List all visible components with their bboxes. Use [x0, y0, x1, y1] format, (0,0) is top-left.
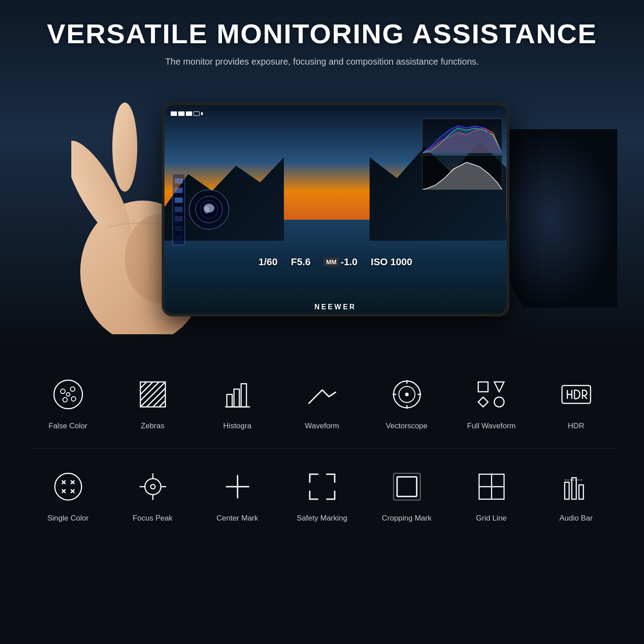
- neewer-brand-label: NEEWER: [314, 303, 356, 311]
- svg-point-36: [494, 397, 504, 407]
- audio-bar-icon: [556, 467, 596, 507]
- svg-rect-24: [234, 389, 239, 407]
- focus-peak-label: Focus Peak: [133, 514, 173, 523]
- svg-line-43: [584, 396, 587, 399]
- single-color-label: Single Color: [47, 514, 89, 523]
- screen-hud: 1/60 F5.6 MM -1.0 ISO 1000: [164, 105, 507, 314]
- feature-waveform: Waveform: [282, 370, 362, 435]
- battery-block-2: [178, 111, 185, 116]
- center-mark-label: Center Mark: [217, 514, 258, 523]
- features-divider: [28, 448, 616, 449]
- screen-vectorscope: [189, 189, 229, 230]
- battery-tip: [201, 112, 203, 115]
- iso-value: ISO 1000: [371, 256, 412, 268]
- svg-rect-25: [241, 384, 246, 407]
- svg-point-54: [151, 484, 155, 489]
- zebras-label: Zebras: [141, 422, 164, 431]
- device-container: 1/60 F5.6 MM -1.0 ISO 1000: [27, 85, 617, 334]
- feature-safety-marking: Safety Marking: [282, 462, 362, 527]
- svg-point-9: [61, 389, 65, 394]
- histogram-label: Histogra: [223, 422, 251, 431]
- svg-line-16: [140, 382, 153, 394]
- svg-point-32: [406, 393, 408, 396]
- screen-histograms: [422, 119, 502, 190]
- battery-block-3: [186, 111, 192, 116]
- svg-rect-61: [397, 477, 417, 496]
- camera-params: 1/60 F5.6 MM -1.0 ISO 1000: [258, 256, 412, 268]
- full-waveform-label: Full Waveform: [467, 422, 516, 431]
- svg-point-10: [70, 387, 75, 391]
- svg-point-12: [63, 398, 67, 402]
- feature-focus-peak: Focus Peak: [113, 462, 193, 527]
- hdr-icon: [556, 374, 596, 414]
- aperture: F5.6: [291, 256, 311, 268]
- vectorscope-icon: [387, 374, 427, 414]
- svg-line-18: [140, 382, 165, 407]
- features-grid: False Color Zebras: [28, 370, 616, 527]
- audio-bar-label: Audio Bar: [559, 514, 593, 523]
- exposure-bars: [172, 174, 185, 245]
- svg-line-15: [140, 382, 147, 388]
- svg-point-11: [71, 397, 76, 401]
- grid-line-label: Grid Line: [476, 514, 507, 523]
- feature-cropping-mark: Cropping Mark: [367, 462, 447, 527]
- hdr-label: HDR: [568, 422, 584, 431]
- top-section: VERSATILE MONITORING ASSISTANCE The moni…: [0, 0, 644, 343]
- svg-point-8: [54, 380, 82, 409]
- zebras-icon: [133, 374, 173, 414]
- feature-histogram: Histogra: [197, 370, 278, 435]
- svg-line-21: [159, 401, 165, 407]
- cropping-mark-label: Cropping Mark: [382, 514, 432, 523]
- ev-compensation: MM -1.0: [324, 256, 357, 268]
- battery-indicator: [171, 111, 203, 116]
- center-mark-icon: [217, 467, 258, 507]
- single-color-icon: [48, 467, 88, 507]
- false-color-label: False Color: [49, 422, 87, 431]
- svg-rect-66: [565, 482, 569, 499]
- false-color-icon: [48, 374, 88, 414]
- feature-full-waveform: Full Waveform: [451, 370, 532, 435]
- feature-zebras: Zebras: [113, 370, 193, 435]
- svg-rect-33: [478, 382, 488, 392]
- feature-vectorscope: Vectorscope: [367, 370, 447, 435]
- svg-marker-35: [478, 397, 488, 407]
- feature-grid-line: Grid Line: [451, 462, 532, 527]
- svg-point-2: [112, 103, 137, 192]
- svg-line-20: [153, 394, 165, 407]
- luminance-histogram: [422, 155, 502, 190]
- feature-single-color: Single Color: [28, 462, 108, 527]
- monitor-device: 1/60 F5.6 MM -1.0 ISO 1000: [162, 103, 509, 316]
- svg-point-7: [204, 206, 209, 213]
- features-section: False Color Zebras: [0, 343, 644, 554]
- waveform-icon: [302, 374, 342, 414]
- safety-marking-label: Safety Marking: [297, 514, 347, 523]
- vectorscope-label: Vectorscope: [386, 422, 428, 431]
- svg-point-44: [55, 473, 82, 500]
- histogram-icon: [217, 374, 258, 414]
- page-subtitle: The monitor provides exposure, focusing …: [27, 57, 617, 67]
- focus-peak-icon: [133, 467, 173, 507]
- svg-rect-67: [572, 478, 576, 499]
- page-title: VERSATILE MONITORING ASSISTANCE: [27, 18, 617, 49]
- svg-rect-68: [579, 485, 583, 499]
- full-waveform-icon: [472, 374, 512, 414]
- safety-marking-icon: [302, 467, 342, 507]
- rgb-histogram: [422, 119, 502, 153]
- feature-audio-bar: Audio Bar: [536, 462, 616, 527]
- cropping-mark-icon: [387, 467, 427, 507]
- feature-center-mark: Center Mark: [197, 462, 278, 527]
- feature-hdr: HDR: [536, 370, 616, 435]
- svg-marker-34: [494, 382, 504, 392]
- grid-line-icon: [472, 467, 512, 507]
- waveform-label: Waveform: [305, 422, 339, 431]
- shutter-speed: 1/60: [258, 256, 278, 268]
- feature-false-color: False Color: [28, 370, 108, 435]
- monitor-screen: 1/60 F5.6 MM -1.0 ISO 1000: [164, 105, 507, 314]
- svg-point-53: [145, 479, 161, 495]
- svg-rect-23: [227, 394, 232, 407]
- battery-block-1: [171, 111, 177, 116]
- svg-point-13: [66, 393, 70, 396]
- battery-block-4: [193, 111, 200, 116]
